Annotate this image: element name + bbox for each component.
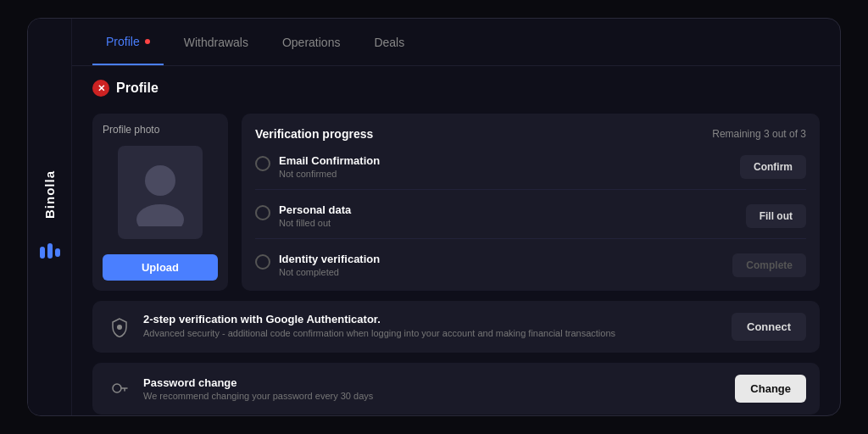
two-step-info: 2-step verification with Google Authenti… [143, 313, 721, 340]
confirm-button[interactable]: Confirm [740, 155, 806, 179]
svg-point-3 [145, 165, 175, 196]
verification-item-identity: Identity verification Not completed Comp… [255, 253, 806, 277]
remaining-text: Remaining 3 out of 3 [712, 128, 806, 140]
brand-name: Binolla [42, 170, 57, 219]
photo-label: Profile photo [103, 124, 159, 136]
two-step-title: 2-step verification with Google Authenti… [143, 313, 721, 326]
vi-left: Email Confirmation Not confirmed [255, 154, 380, 179]
main-content: Profile Withdrawals Operations Deals ✕ P… [72, 19, 840, 415]
verification-card: Verification progress Remaining 3 out of… [242, 114, 820, 291]
profile-section: Profile photo Upload Verification progre… [92, 114, 820, 291]
page-body: ✕ Profile Profile photo Upload [72, 66, 840, 415]
svg-point-4 [136, 204, 184, 226]
complete-button[interactable]: Complete [732, 253, 806, 277]
vi-info-email: Email Confirmation Not confirmed [279, 154, 380, 179]
change-password-button[interactable]: Change [735, 375, 806, 403]
verification-title: Verification progress [255, 127, 373, 141]
svg-point-5 [117, 325, 122, 330]
avatar-placeholder [118, 146, 203, 239]
verification-header: Verification progress Remaining 3 out of… [255, 127, 806, 141]
vi-info-identity: Identity verification Not completed [279, 253, 380, 277]
tab-profile[interactable]: Profile [92, 19, 164, 65]
section-title-text: Profile [116, 81, 159, 96]
fillout-button[interactable]: Fill out [746, 204, 806, 228]
tab-deals[interactable]: Deals [360, 19, 418, 65]
vi-info-personal: Personal data Not filled out [279, 203, 351, 228]
vi-left-personal: Personal data Not filled out [255, 203, 351, 228]
tab-dot [145, 39, 150, 44]
verification-item-personal: Personal data Not filled out Fill out [255, 203, 806, 239]
app-container: Binolla Profile Withdrawals Operations [27, 18, 841, 416]
password-title: Password change [143, 376, 725, 389]
svg-rect-1 [47, 243, 53, 259]
svg-point-6 [113, 384, 121, 392]
vi-circle-personal [255, 205, 270, 220]
tab-operations[interactable]: Operations [269, 19, 353, 65]
vi-left-identity: Identity verification Not completed [255, 253, 380, 277]
two-step-desc: Advanced security - additional code conf… [143, 327, 721, 340]
vi-circle-identity [255, 254, 270, 270]
tab-withdrawals[interactable]: Withdrawals [170, 19, 262, 65]
password-info: Password change We recommend changing yo… [143, 376, 725, 401]
brand-icon [38, 240, 62, 264]
photo-card: Profile photo Upload [92, 114, 228, 291]
two-step-card: 2-step verification with Google Authenti… [92, 301, 820, 353]
section-icon: ✕ [92, 80, 109, 97]
verification-item-email: Email Confirmation Not confirmed Confirm [255, 154, 806, 190]
section-header: ✕ Profile [92, 80, 820, 97]
upload-button[interactable]: Upload [103, 254, 218, 281]
password-card: Password change We recommend changing yo… [92, 363, 820, 415]
svg-rect-2 [55, 248, 60, 257]
vi-circle-email [255, 156, 270, 171]
password-desc: We recommend changing your password ever… [143, 391, 725, 401]
tabs-bar: Profile Withdrawals Operations Deals [72, 19, 840, 66]
connect-button[interactable]: Connect [732, 313, 806, 341]
shield-icon [106, 314, 133, 341]
key-icon [106, 376, 133, 403]
svg-rect-0 [40, 247, 45, 259]
sidebar: Binolla [28, 19, 72, 415]
